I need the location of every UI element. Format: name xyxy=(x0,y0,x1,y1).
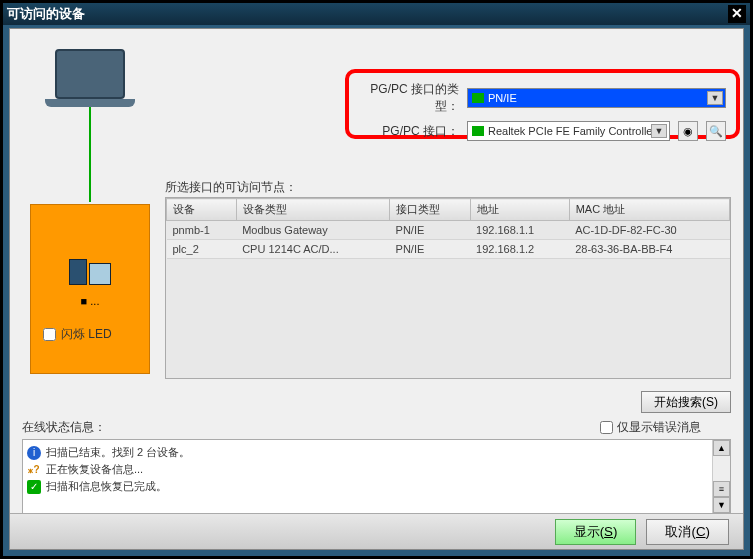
nodes-label: 所选接口的可访问节点： xyxy=(165,179,297,196)
cell-mac: AC-1D-DF-82-FC-30 xyxy=(569,221,729,240)
devices-table: 设备 设备类型 接口类型 地址 MAC 地址 pnmb-1 Modbus Gat… xyxy=(166,198,730,259)
scroll-track[interactable] xyxy=(713,456,730,481)
start-search-button[interactable]: 开始搜索(S) xyxy=(641,391,731,413)
status-item: i 扫描已结束。找到 2 台设备。 xyxy=(27,444,708,461)
device-display-icon xyxy=(89,263,111,285)
interface-type-label: PG/PC 接口的类型： xyxy=(359,81,459,115)
warn-icon: ⁎? xyxy=(27,463,41,477)
status-title: 在线状态信息： xyxy=(22,419,600,436)
device-preview-box: ■ ... 闪烁 LED xyxy=(30,204,150,374)
status-text: 扫描已结束。找到 2 台设备。 xyxy=(46,445,190,460)
interface-dropdown[interactable]: Realtek PCIe FE Family Controller ▼ xyxy=(467,121,670,141)
device-icon xyxy=(55,255,125,285)
flash-led-label: 闪烁 LED xyxy=(61,326,112,343)
laptop-base-icon xyxy=(45,99,135,107)
status-text: 正在恢复设备信息... xyxy=(46,462,143,477)
scroll-menu-icon[interactable]: ≡ xyxy=(713,481,730,497)
dialog-window: 可访问的设备 ✕ ■ ... 闪烁 LED xyxy=(0,0,753,559)
start-search-label: 开始搜索(S) xyxy=(654,395,718,409)
col-device[interactable]: 设备 xyxy=(167,199,237,221)
status-scrollbar[interactable]: ▲ ≡ ▼ xyxy=(712,440,730,513)
status-header: 在线状态信息： 仅显示错误消息 xyxy=(22,419,731,436)
status-item: ⁎? 正在恢复设备信息... xyxy=(27,461,708,478)
interface-value: Realtek PCIe FE Family Controller xyxy=(488,125,656,137)
scroll-down-icon[interactable]: ▼ xyxy=(713,497,730,513)
cancel-label: 取消(C) xyxy=(665,524,710,539)
refresh-button[interactable]: ◉ xyxy=(678,121,698,141)
chevron-down-icon[interactable]: ▼ xyxy=(651,124,667,138)
devices-table-wrap: 设备 设备类型 接口类型 地址 MAC 地址 pnmb-1 Modbus Gat… xyxy=(165,197,731,379)
table-header-row: 设备 设备类型 接口类型 地址 MAC 地址 xyxy=(167,199,730,221)
laptop-graphic xyxy=(40,49,140,202)
status-box: i 扫描已结束。找到 2 台设备。 ⁎? 正在恢复设备信息... ✓ 扫描和信息… xyxy=(22,439,731,514)
errors-only-option[interactable]: 仅显示错误消息 xyxy=(600,419,701,436)
cell-iface: PN/IE xyxy=(390,240,471,259)
cell-type: CPU 1214C AC/D... xyxy=(236,240,389,259)
check-icon: ✓ xyxy=(27,480,41,494)
nic-icon xyxy=(472,126,484,136)
cell-device: pnmb-1 xyxy=(167,221,237,240)
cable-icon xyxy=(89,107,91,202)
col-address[interactable]: 地址 xyxy=(470,199,569,221)
flash-led-option[interactable]: 闪烁 LED xyxy=(43,326,112,343)
interface-highlight: PG/PC 接口的类型： PN/IE ▼ PG/PC 接口： Realtek P… xyxy=(345,69,740,139)
scroll-up-icon[interactable]: ▲ xyxy=(713,440,730,456)
cell-iface: PN/IE xyxy=(390,221,471,240)
cell-addr: 192.168.1.1 xyxy=(470,221,569,240)
titlebar: 可访问的设备 ✕ xyxy=(3,3,750,25)
cell-device: plc_2 xyxy=(167,240,237,259)
interface-type-dropdown[interactable]: PN/IE ▼ xyxy=(467,88,726,108)
status-item: ✓ 扫描和信息恢复已完成。 xyxy=(27,478,708,495)
status-text: 扫描和信息恢复已完成。 xyxy=(46,479,167,494)
interface-type-row: PG/PC 接口的类型： PN/IE ▼ xyxy=(359,81,726,115)
show-button[interactable]: 显示(S) xyxy=(555,519,637,545)
errors-only-checkbox[interactable] xyxy=(600,421,613,434)
col-device-type[interactable]: 设备类型 xyxy=(236,199,389,221)
cell-addr: 192.168.1.2 xyxy=(470,240,569,259)
cell-type: Modbus Gateway xyxy=(236,221,389,240)
dialog-footer: 显示(S) 取消(C) xyxy=(10,513,743,549)
info-icon: i xyxy=(27,446,41,460)
interface-type-value: PN/IE xyxy=(488,92,517,104)
close-button[interactable]: ✕ xyxy=(728,5,746,23)
cell-mac: 28-63-36-BA-BB-F4 xyxy=(569,240,729,259)
network-icon xyxy=(472,93,484,103)
flash-led-checkbox[interactable] xyxy=(43,328,56,341)
status-list: i 扫描已结束。找到 2 台设备。 ⁎? 正在恢复设备信息... ✓ 扫描和信息… xyxy=(23,440,712,513)
configure-button[interactable]: 🔍 xyxy=(706,121,726,141)
col-interface-type[interactable]: 接口类型 xyxy=(390,199,471,221)
search-button-row: 开始搜索(S) xyxy=(641,391,731,413)
table-row[interactable]: plc_2 CPU 1214C AC/D... PN/IE 192.168.1.… xyxy=(167,240,730,259)
table-row[interactable]: pnmb-1 Modbus Gateway PN/IE 192.168.1.1 … xyxy=(167,221,730,240)
device-dots: ■ ... xyxy=(31,295,149,307)
interface-row: PG/PC 接口： Realtek PCIe FE Family Control… xyxy=(359,121,726,141)
content-area: ■ ... 闪烁 LED PG/PC 接口的类型： PN/IE ▼ PG/PC xyxy=(9,28,744,550)
chevron-down-icon[interactable]: ▼ xyxy=(707,91,723,105)
col-mac[interactable]: MAC 地址 xyxy=(569,199,729,221)
show-label: 显示(S) xyxy=(574,524,618,539)
cancel-button[interactable]: 取消(C) xyxy=(646,519,729,545)
upper-panel: ■ ... 闪烁 LED PG/PC 接口的类型： PN/IE ▼ PG/PC xyxy=(10,29,743,389)
device-module-icon xyxy=(69,259,87,285)
status-section: 在线状态信息： 仅显示错误消息 i 扫描已结束。找到 2 台设备。 ⁎? 正在恢… xyxy=(22,419,731,514)
interface-label: PG/PC 接口： xyxy=(359,123,459,140)
errors-only-label: 仅显示错误消息 xyxy=(617,419,701,436)
laptop-icon xyxy=(55,49,125,99)
window-title: 可访问的设备 xyxy=(7,5,728,23)
